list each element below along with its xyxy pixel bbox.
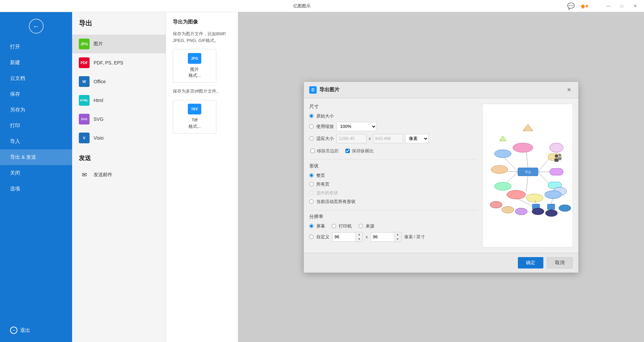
- custom-separator: x: [366, 234, 368, 239]
- selected-radio[interactable]: [309, 191, 314, 195]
- svg-text:节点: 节点: [525, 170, 531, 174]
- unit-select[interactable]: 像素 毫米 厘米 英寸: [405, 134, 429, 143]
- current-active-row: 当前活动页所有形状: [309, 199, 477, 205]
- export-menu-svg[interactable]: SVG SVG: [72, 110, 166, 129]
- resolution-horizontal-row: 屏幕 打印机 来源: [309, 223, 477, 229]
- svg-rect-25: [554, 158, 558, 162]
- visio-icon: V: [79, 133, 90, 143]
- html-icon: HTML: [79, 95, 90, 106]
- remove-border-label: 移除页边距: [317, 148, 339, 154]
- custom-x-up-btn[interactable]: ▲: [356, 232, 363, 237]
- printer-radio[interactable]: [332, 224, 336, 228]
- sidebar-item-cloud[interactable]: 云文档: [0, 70, 72, 86]
- svg-rect-27: [558, 157, 561, 160]
- fit-row: 适应大小 x 像素 毫米 厘米: [309, 134, 477, 143]
- svg-point-13: [494, 182, 511, 190]
- export-dialog: D 导出图片 ✕ 尺寸: [304, 82, 579, 273]
- all-pages-row: 所有页: [309, 181, 477, 187]
- svg-line-8: [526, 151, 528, 168]
- fit-width-input[interactable]: [336, 134, 367, 143]
- current-active-radio[interactable]: [309, 199, 314, 204]
- custom-x-down-btn[interactable]: ▼: [356, 237, 363, 242]
- whole-page-label: 整页: [316, 173, 325, 179]
- cancel-button[interactable]: 取消: [547, 257, 573, 268]
- custom-radio[interactable]: [309, 235, 314, 239]
- fit-radio[interactable]: [309, 136, 314, 141]
- export-menu-image[interactable]: JPG 图片: [72, 35, 166, 53]
- custom-y-down-btn[interactable]: ▼: [394, 237, 401, 242]
- custom-y-up-btn[interactable]: ▲: [394, 232, 401, 237]
- dialog-logo: D: [309, 86, 317, 94]
- maximize-btn[interactable]: □: [617, 1, 627, 11]
- sidebar-item-save[interactable]: 保存: [0, 86, 72, 102]
- screen-label: 屏幕: [316, 223, 325, 229]
- svg-point-10: [513, 143, 533, 152]
- printer-label: 打印机: [339, 223, 352, 229]
- dialog-close-btn[interactable]: ✕: [565, 86, 573, 94]
- fit-input-group: x 像素 毫米 厘米 英寸: [336, 134, 429, 143]
- email-icon: ✉: [79, 169, 90, 180]
- source-radio[interactable]: [359, 224, 363, 228]
- custom-unit-label: 像素 / 英寸: [404, 234, 425, 240]
- diamond-icon[interactable]: ◆▾: [580, 1, 589, 11]
- export-card-tiff[interactable]: TIFF Tiff格式...: [173, 100, 216, 134]
- svg-marker-18: [499, 136, 506, 141]
- app-title: 亿图图示: [38, 3, 566, 9]
- sidebar-item-print[interactable]: 打印: [0, 118, 72, 134]
- sidebar-item-export[interactable]: 导出 & 发送: [0, 149, 72, 165]
- sidebar-item-new[interactable]: 新建: [0, 55, 72, 70]
- fit-height-input[interactable]: [373, 134, 403, 143]
- exit-label: 退出: [20, 327, 30, 334]
- resolution-title: 分辨率: [309, 214, 477, 220]
- chat-icon[interactable]: 💬: [566, 1, 576, 11]
- image-desc: 保存为图片文件，比如BMP, JPEG, PNG, GIF格式。: [173, 31, 231, 44]
- screen-radio[interactable]: [309, 224, 314, 228]
- sidebar-item-exit[interactable]: − 退出: [0, 322, 72, 339]
- export-menu-html[interactable]: HTML Html: [72, 91, 166, 110]
- confirm-button[interactable]: 确定: [518, 257, 543, 268]
- custom-label: 自定义: [316, 234, 329, 240]
- back-button[interactable]: ←: [29, 19, 44, 34]
- keep-ratio-checkbox[interactable]: [345, 149, 350, 153]
- fit-label: 适应大小: [316, 136, 334, 142]
- size-section: 尺寸 原始大小 使用缩放: [309, 104, 477, 154]
- svg-point-12: [491, 165, 508, 174]
- sidebar-item-close[interactable]: 关闭: [0, 165, 72, 181]
- export-menu-office[interactable]: W Office: [72, 72, 166, 91]
- custom-y-input[interactable]: [371, 232, 394, 242]
- shape-radio-group: 整页 所有页 选中的形状: [309, 173, 477, 205]
- card-image-label: 图片格式...: [189, 66, 201, 79]
- scale-input-group: 100% 50% 75% 125% 150% 200%: [336, 122, 377, 131]
- sidebar-item-options[interactable]: 选项: [0, 181, 72, 197]
- scale-select[interactable]: 100% 50% 75% 125% 150% 200%: [336, 122, 377, 131]
- sidebar-item-open[interactable]: 打开: [0, 39, 72, 55]
- sidebar-item-save-as[interactable]: 另存为: [0, 102, 72, 118]
- custom-x-input[interactable]: [332, 232, 356, 242]
- svg-line-9: [526, 176, 528, 191]
- app-body: ← 打开 新建 云文档 保存 另存为 打印 导入 导出 & 发送 关闭 选项 −…: [0, 12, 644, 342]
- sidebar-item-import[interactable]: 导入: [0, 134, 72, 149]
- original-size-radio[interactable]: [309, 114, 314, 118]
- shape-section: 形状 整页 所有页: [309, 163, 477, 205]
- export-menu-office-label: Office: [94, 79, 106, 84]
- svg-point-39: [545, 210, 557, 216]
- export-menu-visio[interactable]: V Visio: [72, 129, 166, 147]
- export-menu-email[interactable]: ✉ 发送邮件: [72, 165, 166, 184]
- remove-border-checkbox[interactable]: [311, 149, 315, 153]
- minimize-btn[interactable]: —: [604, 1, 613, 11]
- scale-radio[interactable]: [309, 124, 314, 129]
- remove-border-row: 移除页边距: [311, 148, 339, 154]
- export-menu-pdf[interactable]: PDF PDF, PS, EPS: [72, 53, 166, 72]
- dialog-footer: 确定 取消: [304, 253, 578, 273]
- svg-point-19: [550, 143, 563, 152]
- all-pages-radio[interactable]: [309, 182, 314, 186]
- export-card-image[interactable]: JPG 图片格式...: [173, 49, 216, 83]
- close-btn[interactable]: ✕: [631, 1, 640, 11]
- svg-point-36: [502, 206, 514, 213]
- tiff-desc: 保存为多页tiff图片文件。: [173, 88, 231, 95]
- export-panel-title: 导出: [72, 19, 166, 35]
- dialog-form: 尺寸 原始大小 使用缩放: [309, 104, 477, 247]
- whole-page-radio[interactable]: [309, 173, 314, 178]
- selected-label: 选中的形状: [316, 190, 338, 196]
- sidebar: ← 打开 新建 云文档 保存 另存为 打印 导入 导出 & 发送 关闭 选项 −…: [0, 12, 72, 342]
